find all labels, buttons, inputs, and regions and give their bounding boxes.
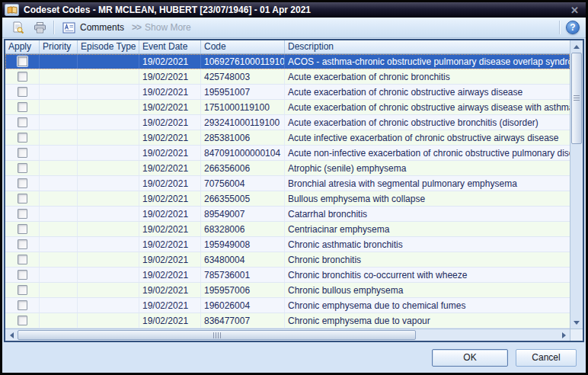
description-cell: Chronic emphysema due to vapour (285, 313, 570, 328)
priority-cell (40, 268, 78, 282)
apply-checkbox[interactable] (18, 209, 27, 219)
apply-checkbox[interactable] (18, 270, 27, 280)
column-header-apply[interactable]: Apply (5, 40, 40, 53)
description-cell: Chronic bronchitis co-occurrent with whe… (285, 268, 570, 282)
apply-checkbox[interactable] (18, 285, 27, 295)
priority-cell (40, 176, 78, 191)
episode-type-cell (78, 85, 139, 99)
table-row[interactable]: 19/02/2021 63480004 Chronic bronchitis (5, 252, 570, 268)
apply-checkbox[interactable] (18, 117, 27, 127)
episode-type-cell (78, 252, 139, 267)
toolbar-separator-right (559, 21, 561, 34)
open-book-icon (7, 6, 18, 14)
apply-cell (5, 146, 40, 160)
cancel-button[interactable]: Cancel (516, 349, 577, 367)
apply-checkbox[interactable] (18, 316, 27, 325)
priority-cell (40, 100, 78, 114)
apply-checkbox[interactable] (18, 224, 27, 234)
scroll-up-button[interactable] (570, 40, 583, 53)
column-header-event-date[interactable]: Event Date (139, 40, 201, 53)
apply-checkbox[interactable] (18, 102, 27, 112)
column-header-code[interactable]: Code (201, 40, 285, 53)
episode-type-cell (78, 100, 139, 114)
table-row[interactable]: 19/02/2021 195957006 Chronic bullous emp… (5, 283, 570, 298)
table-row[interactable]: 19/02/2021 785736001 Chronic bronchitis … (5, 268, 570, 283)
horizontal-scroll-track[interactable] (416, 329, 558, 341)
table-row[interactable]: 19/02/2021 89549007 Catarrhal bronchitis (5, 207, 570, 222)
horizontal-scrollbar[interactable] (5, 329, 570, 341)
close-icon[interactable]: ✕ (569, 5, 580, 15)
scroll-down-button[interactable] (570, 316, 583, 329)
description-cell: Chronic asthmatic bronchitis (285, 237, 570, 252)
description-cell: Acute exacerbation of chronic obstructiv… (285, 100, 570, 114)
table-row[interactable]: 19/02/2021 10692761000119107 ACOS - asth… (5, 54, 570, 69)
scroll-left-button[interactable] (5, 329, 18, 341)
apply-checkbox[interactable] (18, 72, 27, 82)
episode-type-cell (78, 207, 139, 221)
chevrons-icon: >> (132, 22, 141, 33)
column-header-episode-type[interactable]: Episode Type (78, 40, 139, 53)
apply-cell (5, 115, 40, 130)
table-row[interactable]: 19/02/2021 266355005 Bullous emphysema w… (5, 191, 570, 207)
help-button[interactable]: ? (566, 21, 580, 34)
grid-bottom-bar (5, 329, 583, 341)
apply-checkbox[interactable] (18, 255, 27, 264)
apply-checkbox[interactable] (18, 178, 27, 188)
description-cell: Acute exacerbation of chronic obstructiv… (285, 115, 570, 130)
comments-button[interactable]: Comments (60, 21, 126, 35)
apply-checkbox[interactable] (18, 163, 27, 173)
table-row[interactable]: 19/02/2021 195951007 Acute exacerbation … (5, 85, 570, 100)
apply-cell (5, 207, 40, 221)
code-cell: 195957006 (201, 283, 285, 297)
apply-checkbox[interactable] (18, 300, 27, 310)
apply-checkbox[interactable] (18, 56, 27, 66)
apply-cell (5, 130, 40, 145)
code-cell: 196026004 (201, 298, 285, 312)
printer-icon (34, 21, 46, 34)
table-row[interactable]: 19/02/2021 425748003 Acute exacerbation … (5, 69, 570, 85)
table-row[interactable]: 19/02/2021 266356006 Atrophic (senile) e… (5, 161, 570, 176)
table-row[interactable]: 19/02/2021 1751000119100 Acute exacerbat… (5, 100, 570, 115)
scroll-right-button[interactable] (558, 329, 570, 341)
table-row[interactable]: 19/02/2021 70756004 Bronchial atresia wi… (5, 176, 570, 191)
event-date-cell: 19/02/2021 (139, 283, 201, 297)
apply-checkbox[interactable] (18, 148, 27, 158)
vertical-scroll-thumb[interactable] (571, 53, 582, 144)
show-more-button[interactable]: >> Show More (132, 22, 191, 33)
description-cell: Chronic bronchitis (285, 252, 570, 267)
description-cell: Acute exacerbation of chronic bronchitis (285, 69, 570, 84)
table-row[interactable]: 19/02/2021 836477007 Chronic emphysema d… (5, 313, 570, 329)
table-row[interactable]: 19/02/2021 68328006 Centriacinar emphyse… (5, 222, 570, 237)
column-header-description[interactable]: Description (285, 40, 570, 53)
table-row[interactable]: 19/02/2021 847091000000104 Acute non-inf… (5, 146, 570, 161)
table-row[interactable]: 19/02/2021 293241000119100 Acute exacerb… (5, 115, 570, 130)
table-row[interactable]: 19/02/2021 195949008 Chronic asthmatic b… (5, 237, 570, 252)
show-more-label: Show More (145, 22, 191, 33)
code-cell: 63480004 (201, 252, 285, 267)
table-row[interactable]: 19/02/2021 285381006 Acute infective exa… (5, 130, 570, 146)
event-date-cell: 19/02/2021 (139, 69, 201, 84)
apply-checkbox[interactable] (18, 239, 27, 249)
ok-button[interactable]: OK (432, 349, 508, 367)
code-cell: 1751000119100 (201, 100, 285, 114)
horizontal-scroll-thumb[interactable] (18, 330, 416, 340)
print-button[interactable] (31, 19, 48, 36)
apply-checkbox[interactable] (18, 87, 27, 97)
code-cell: 847091000000104 (201, 146, 285, 160)
column-header-priority[interactable]: Priority (40, 40, 78, 53)
apply-checkbox[interactable] (18, 194, 27, 204)
description-cell: Centriacinar emphysema (285, 222, 570, 236)
priority-cell (40, 237, 78, 252)
priority-cell (40, 115, 78, 130)
priority-cell (40, 283, 78, 297)
description-cell: Acute exacerbation of chronic obstructiv… (285, 85, 570, 99)
print-preview-button[interactable] (9, 19, 26, 36)
vertical-scroll-track[interactable] (570, 144, 583, 316)
apply-cell (5, 69, 40, 84)
apply-cell (5, 85, 40, 99)
table-row[interactable]: 19/02/2021 196026004 Chronic emphysema d… (5, 298, 570, 313)
apply-checkbox[interactable] (18, 133, 27, 143)
event-date-cell: 19/02/2021 (139, 207, 201, 221)
vertical-scrollbar[interactable] (570, 40, 583, 329)
grid-header: Apply Priority Episode Type Event Date C… (5, 40, 570, 54)
